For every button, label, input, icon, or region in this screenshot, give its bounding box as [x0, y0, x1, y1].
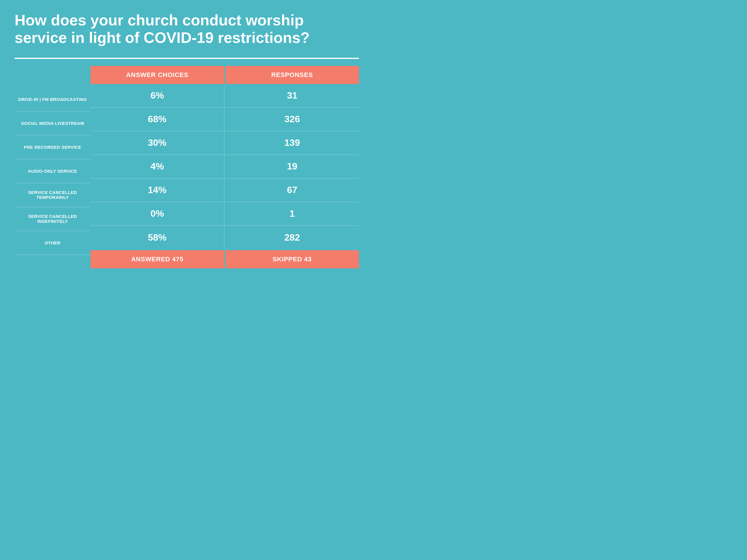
count-cell-2: 139	[226, 131, 359, 155]
row-label-3: AUDIO-ONLY SERVICE	[15, 159, 91, 183]
percentage-cell-0: 6%	[91, 84, 224, 107]
percentage-cell-1: 68%	[91, 108, 224, 131]
divider	[15, 58, 359, 59]
table-section: DRIVE-IN | FM BROADCASTINGSOCIAL MEDIA L…	[15, 66, 359, 268]
count-cell-5: 1	[226, 202, 359, 225]
footer-skipped: SKIPPED 43	[225, 250, 359, 268]
data-row-4: 14%67	[91, 179, 359, 202]
row-label-6: OTHER	[15, 231, 91, 255]
row-label-2: PRE RECORDED SERVICE	[15, 135, 91, 159]
header-responses: RESPONSES	[225, 66, 359, 84]
footer-answered: ANSWERED 475	[91, 250, 224, 268]
count-cell-0: 31	[226, 84, 359, 107]
count-cell-3: 19	[226, 155, 359, 178]
page-title: How does your church conduct worship ser…	[15, 12, 359, 47]
row-label-5: SERVICE CANCELLED INDEFINITELY	[15, 207, 91, 231]
count-cell-4: 67	[226, 179, 359, 202]
data-row-2: 30%139	[91, 131, 359, 155]
count-cell-1: 326	[226, 108, 359, 131]
row-label-1: SOCIAL MEDIA LIVESTREAM	[15, 111, 91, 135]
header-answer-choices: ANSWER CHOICES	[91, 66, 224, 84]
data-row-6: 58%282	[91, 226, 359, 249]
data-row-3: 4%19	[91, 155, 359, 179]
percentage-cell-4: 14%	[91, 179, 224, 202]
percentage-cell-2: 30%	[91, 131, 224, 155]
title-section: How does your church conduct worship ser…	[15, 12, 359, 47]
percentage-cell-6: 58%	[91, 226, 224, 249]
percentage-cell-3: 4%	[91, 155, 224, 178]
row-label-4: SERVICE CANCELLED TEMPORARILY	[15, 183, 91, 207]
count-cell-6: 282	[226, 226, 359, 249]
row-labels: DRIVE-IN | FM BROADCASTINGSOCIAL MEDIA L…	[15, 66, 91, 268]
table-body: 6%3168%32630%1394%1914%670%158%282	[91, 84, 359, 249]
data-table: ANSWER CHOICES RESPONSES 6%3168%32630%13…	[91, 66, 359, 268]
data-row-5: 0%1	[91, 202, 359, 226]
table-footer: ANSWERED 475 SKIPPED 43	[91, 250, 359, 268]
data-row-0: 6%31	[91, 84, 359, 108]
data-row-1: 68%326	[91, 108, 359, 131]
percentage-cell-5: 0%	[91, 202, 224, 225]
row-label-0: DRIVE-IN | FM BROADCASTING	[15, 87, 91, 111]
table-header: ANSWER CHOICES RESPONSES	[91, 66, 359, 84]
